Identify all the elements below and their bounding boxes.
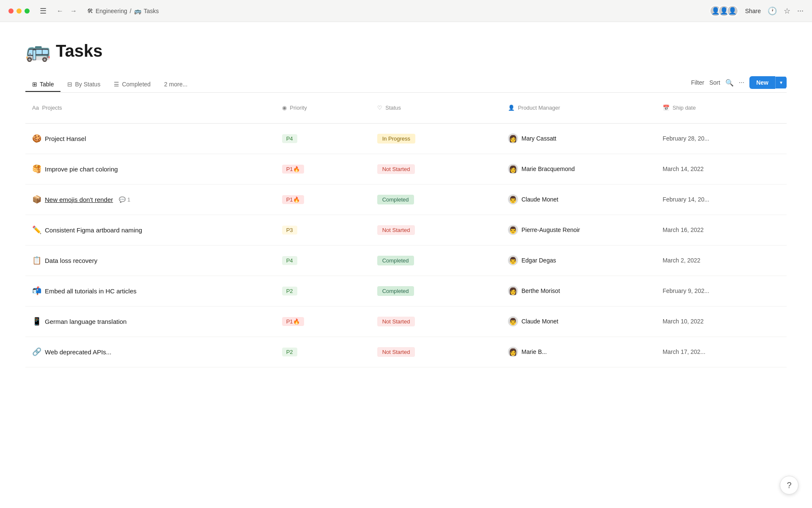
- breadcrumb-separator: /: [130, 8, 132, 14]
- col-manager-label: Product Manager: [518, 105, 560, 111]
- project-name[interactable]: Project Hansel: [45, 135, 86, 142]
- table-header-row: Aa Projects ◉ Priority ♡ Status 👤 Produc…: [25, 93, 787, 123]
- breadcrumb-workspace[interactable]: Engineering: [96, 8, 127, 14]
- manager-avatar: 👩: [508, 164, 518, 174]
- priority-badge[interactable]: P4: [282, 256, 297, 265]
- search-button[interactable]: 🔍: [725, 79, 734, 87]
- cell-status-2: Completed: [370, 184, 501, 215]
- project-name[interactable]: Data loss recovery: [45, 257, 97, 264]
- new-button[interactable]: New: [749, 76, 775, 89]
- completed-icon: ☰: [114, 81, 119, 88]
- priority-badge[interactable]: P1🔥: [282, 165, 304, 174]
- tab-table[interactable]: ⊞ Table: [25, 77, 60, 92]
- priority-badge[interactable]: P1🔥: [282, 317, 304, 326]
- table-row[interactable]: 📋 Data loss recoveryP4Completed 👨 Edgar …: [25, 245, 787, 276]
- table-row[interactable]: 🍪 Project HanselP4In Progress 👩 Mary Cas…: [25, 123, 787, 154]
- cell-priority-1: P1🔥: [275, 154, 370, 184]
- project-name[interactable]: Web deprecated APIs...: [45, 348, 111, 356]
- table-row[interactable]: 🔗 Web deprecated APIs...P2Not Started 👩 …: [25, 337, 787, 367]
- tab-more[interactable]: 2 more...: [157, 77, 194, 92]
- project-name[interactable]: Improve pie chart coloring: [45, 166, 118, 173]
- project-emoji: ✏️: [32, 225, 41, 235]
- priority-badge[interactable]: P2: [282, 348, 297, 356]
- project-name[interactable]: German language translation: [45, 318, 126, 325]
- new-button-group: New ▾: [749, 76, 787, 89]
- cell-status-3: Not Started: [370, 215, 501, 245]
- ship-date: March 16, 2022: [663, 226, 704, 233]
- history-button[interactable]: 🕐: [768, 6, 777, 16]
- col-manager: 👤 Product Manager: [501, 93, 656, 123]
- more-options-button[interactable]: ···: [797, 6, 804, 15]
- help-button[interactable]: ?: [780, 476, 798, 494]
- manager-avatar: 👨: [508, 316, 518, 326]
- page-title-row: 🚌 Tasks: [25, 39, 787, 63]
- table-row[interactable]: ✏️ Consistent Figma artboard namingP3Not…: [25, 215, 787, 245]
- status-badge[interactable]: Completed: [377, 256, 414, 265]
- status-badge[interactable]: Not Started: [377, 317, 415, 326]
- tasks-table: Aa Projects ◉ Priority ♡ Status 👤 Produc…: [25, 93, 787, 367]
- cell-status-5: Completed: [370, 276, 501, 306]
- back-button[interactable]: ←: [55, 6, 65, 16]
- status-badge[interactable]: Completed: [377, 286, 414, 296]
- cell-manager-2: 👨 Claude Monet: [501, 184, 656, 215]
- forward-button[interactable]: →: [69, 6, 79, 16]
- table-row[interactable]: 🥞 Improve pie chart coloringP1🔥Not Start…: [25, 154, 787, 184]
- status-badge[interactable]: Not Started: [377, 164, 415, 174]
- status-badge[interactable]: Not Started: [377, 225, 415, 235]
- manager-name: Pierre-Auguste Renoir: [521, 226, 580, 233]
- new-button-chevron[interactable]: ▾: [775, 77, 787, 88]
- favorite-button[interactable]: ☆: [784, 6, 790, 16]
- shipdate-col-icon: 📅: [663, 105, 669, 111]
- cell-priority-4: P4: [275, 245, 370, 276]
- col-shipdate: 📅 Ship date: [656, 93, 787, 123]
- cell-priority-6: P1🔥: [275, 306, 370, 337]
- project-name[interactable]: New emojis don't render: [45, 196, 113, 203]
- col-projects-label: Projects: [42, 105, 62, 111]
- manager-name: Marie B...: [521, 348, 547, 355]
- sort-button[interactable]: Sort: [709, 79, 720, 86]
- tab-table-label: Table: [40, 81, 54, 88]
- priority-badge[interactable]: P1🔥: [282, 195, 304, 204]
- project-name[interactable]: Consistent Figma artboard naming: [45, 226, 142, 234]
- traffic-lights: [8, 8, 30, 14]
- status-badge[interactable]: Not Started: [377, 347, 415, 357]
- table-container: Aa Projects ◉ Priority ♡ Status 👤 Produc…: [25, 93, 787, 367]
- tab-completed[interactable]: ☰ Completed: [107, 77, 157, 92]
- status-badge[interactable]: Completed: [377, 195, 414, 204]
- table-row[interactable]: 📱 German language translationP1🔥Not Star…: [25, 306, 787, 337]
- breadcrumb-page-emoji: 🚌: [134, 8, 141, 14]
- titlebar: ☰ ← → 🛠 Engineering / 🚌 Tasks 👤 👤 👤 Shar…: [0, 0, 812, 22]
- by-status-icon: ⊟: [67, 81, 72, 88]
- table-row[interactable]: 📬 Embed all tutorials in HC articlesP2Co…: [25, 276, 787, 306]
- cell-project-5: 📬 Embed all tutorials in HC articles: [25, 276, 275, 306]
- more-toolbar-button[interactable]: ···: [739, 79, 744, 86]
- table-row[interactable]: 📦 New emojis don't render💬 1P1🔥Completed…: [25, 184, 787, 215]
- manager-avatar: 👩: [508, 286, 518, 296]
- share-button[interactable]: Share: [745, 8, 761, 14]
- status-badge[interactable]: In Progress: [377, 134, 415, 144]
- minimize-button[interactable]: [16, 8, 22, 14]
- priority-badge[interactable]: P3: [282, 226, 297, 235]
- manager-name: Berthe Morisot: [521, 287, 560, 294]
- priority-col-icon: ◉: [282, 105, 287, 111]
- maximize-button[interactable]: [25, 8, 30, 14]
- cell-project-6: 📱 German language translation: [25, 306, 275, 337]
- col-status-label: Status: [385, 105, 401, 111]
- close-button[interactable]: [8, 8, 14, 14]
- menu-button[interactable]: ☰: [38, 6, 48, 17]
- cell-project-4: 📋 Data loss recovery: [25, 245, 275, 276]
- project-emoji: 🔗: [32, 347, 41, 356]
- priority-badge[interactable]: P2: [282, 287, 297, 295]
- ship-date: March 14, 2022: [663, 166, 704, 172]
- breadcrumb-page[interactable]: Tasks: [144, 8, 159, 14]
- cell-project-1: 🥞 Improve pie chart coloring: [25, 154, 275, 184]
- manager-name: Marie Bracquemond: [521, 166, 575, 172]
- filter-button[interactable]: Filter: [691, 79, 704, 86]
- priority-badge[interactable]: P4: [282, 134, 297, 143]
- cell-manager-6: 👨 Claude Monet: [501, 306, 656, 337]
- cell-manager-7: 👩 Marie B...: [501, 337, 656, 367]
- manager-avatar: 👩: [508, 347, 518, 357]
- project-name[interactable]: Embed all tutorials in HC articles: [45, 287, 137, 295]
- tab-by-status[interactable]: ⊟ By Status: [60, 77, 107, 92]
- col-status: ♡ Status: [370, 93, 501, 123]
